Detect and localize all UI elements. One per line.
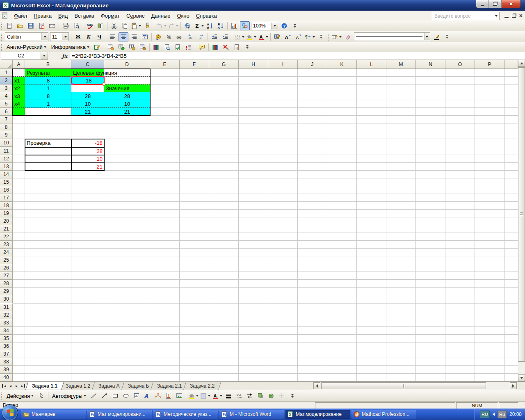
books2-icon[interactable] xyxy=(210,43,220,52)
linecolor-icon[interactable] xyxy=(431,32,441,41)
line-style-combo[interactable] xyxy=(354,32,430,41)
cell-A2[interactable]: x1 xyxy=(13,77,25,84)
row-header-36[interactable]: 36 xyxy=(0,342,13,350)
doccheck-icon[interactable] xyxy=(173,43,183,52)
book-restore-button[interactable] xyxy=(512,14,516,18)
row-header-33[interactable]: 33 xyxy=(0,319,13,327)
mail-icon[interactable] xyxy=(47,21,57,30)
column-header-M[interactable]: M xyxy=(386,60,416,69)
textboxi-icon[interactable]: А xyxy=(132,391,142,400)
tab-scroll-prev-button[interactable]: ◄ xyxy=(7,382,14,390)
chevron-down-icon[interactable] xyxy=(424,33,430,40)
row-header-2[interactable]: 2 xyxy=(0,77,13,84)
scroll-right-button[interactable] xyxy=(510,382,517,389)
cell-D3[interactable]: Значения xyxy=(104,84,150,92)
toolbar-options-chevron[interactable] xyxy=(316,32,326,41)
currency-icon[interactable]: ₽ xyxy=(153,32,163,41)
menu-1[interactable]: Файл xyxy=(11,11,30,20)
name-box[interactable]: C2 xyxy=(1,52,41,60)
redo-icon[interactable] xyxy=(168,21,179,30)
chevron-down-icon[interactable] xyxy=(271,23,278,30)
linestyle-icon[interactable] xyxy=(224,391,233,400)
row-header-10[interactable]: 10 xyxy=(0,139,13,147)
sheet-tab-6[interactable]: Задача 2.2 xyxy=(183,382,221,390)
row-header-19[interactable]: 19 xyxy=(0,210,13,217)
row-header-21[interactable]: 21 xyxy=(0,225,13,233)
column-header-G[interactable]: G xyxy=(209,60,239,69)
merge-icon[interactable]: a xyxy=(140,32,150,41)
cube-icon[interactable] xyxy=(266,391,276,400)
column-header-L[interactable]: L xyxy=(357,60,386,69)
toolbar-options-chevron[interactable] xyxy=(288,391,297,400)
diagram-icon[interactable] xyxy=(153,391,163,400)
row-header-7[interactable]: 7 xyxy=(0,116,13,123)
chevron-down-icon[interactable] xyxy=(62,33,68,40)
menu-8[interactable]: Окно xyxy=(173,11,192,20)
column-header-D[interactable]: D xyxy=(104,60,150,69)
toolbar-options-chevron[interactable] xyxy=(242,43,252,52)
copy-icon[interactable] xyxy=(120,21,130,30)
column-header-H[interactable]: H xyxy=(239,60,268,69)
cell-A3[interactable]: x2 xyxy=(13,84,25,92)
cell-C6[interactable]: 21 xyxy=(71,108,104,116)
row-header-22[interactable]: 22 xyxy=(0,233,13,241)
menu-4[interactable]: Вставка xyxy=(71,11,97,20)
drawborder-icon[interactable] xyxy=(331,32,342,41)
row-header-28[interactable]: 28 xyxy=(0,280,13,288)
font-name-combo[interactable]: Calibri xyxy=(5,32,48,41)
save-icon[interactable] xyxy=(26,21,36,30)
row-header-29[interactable]: 29 xyxy=(0,288,13,295)
horizontal-scroll-thumb[interactable] xyxy=(321,382,486,389)
column-header-E[interactable]: E xyxy=(150,60,180,69)
column-header-C[interactable]: C xyxy=(71,60,104,69)
column-header-A[interactable]: A xyxy=(13,60,25,69)
cell-C5[interactable]: 10 xyxy=(71,100,104,108)
draw-actions-menu[interactable]: Действия xyxy=(4,392,36,400)
row-header-6[interactable]: 6 xyxy=(0,108,13,116)
linecolor2-icon[interactable] xyxy=(200,391,211,400)
cell-B11[interactable] xyxy=(25,147,71,155)
row-header-31[interactable]: 31 xyxy=(0,304,13,311)
sortaz-icon[interactable]: АЯ xyxy=(205,21,215,30)
cell-B4[interactable]: 8 xyxy=(25,92,71,100)
cell-A1[interactable] xyxy=(13,69,25,77)
cell-B12[interactable] xyxy=(25,155,71,163)
fontup-icon[interactable]: A xyxy=(283,32,293,41)
sigma-icon[interactable]: Σ xyxy=(193,21,204,30)
cell-C4[interactable]: 28 xyxy=(71,92,104,100)
fontdown-icon[interactable]: A xyxy=(294,32,304,41)
row-header-27[interactable]: 27 xyxy=(0,272,13,280)
column-header-O[interactable]: O xyxy=(445,60,475,69)
cell-A5[interactable]: x4 xyxy=(13,100,25,108)
wordart-icon[interactable]: А xyxy=(142,391,152,400)
sharrow-icon[interactable] xyxy=(100,391,110,400)
outdent-icon[interactable] xyxy=(210,32,219,41)
aligncenter-icon[interactable] xyxy=(119,32,128,41)
row-header-14[interactable]: 14 xyxy=(0,171,13,178)
dictionary-direction-dropdown[interactable]: Англо-Русский xyxy=(4,43,49,51)
row-header-39[interactable]: 39 xyxy=(0,366,13,374)
row-header-3[interactable]: 3 xyxy=(0,84,13,92)
tablegear4-icon[interactable] xyxy=(138,43,148,52)
docsearch-icon[interactable] xyxy=(162,43,172,52)
cell-B10[interactable]: Проверка xyxy=(25,139,71,147)
row-header-37[interactable]: 37 xyxy=(0,350,13,358)
taskbar-button-1[interactable]: Манмарев xyxy=(21,410,86,419)
fill-icon[interactable] xyxy=(246,32,257,41)
picture-icon[interactable] xyxy=(174,391,184,400)
tray-chevron-icon[interactable] xyxy=(493,413,495,416)
tab-scroll-first-button[interactable]: ◄ xyxy=(1,382,7,390)
eraser-icon[interactable] xyxy=(343,32,353,41)
cell-D6[interactable]: 21 xyxy=(104,108,150,116)
row-header-40[interactable]: 40 xyxy=(0,374,13,381)
arrowstyle-icon[interactable] xyxy=(245,391,255,400)
book-minimize-button[interactable] xyxy=(504,17,509,18)
incdec-icon[interactable]: ,00 xyxy=(185,32,195,41)
row-header-32[interactable]: 32 xyxy=(0,311,13,319)
borders-icon[interactable] xyxy=(234,32,245,41)
column-header-I[interactable]: I xyxy=(268,60,298,69)
ltr-icon[interactable]: ¶ xyxy=(304,32,315,41)
select-all-button[interactable] xyxy=(0,60,13,69)
new-icon[interactable] xyxy=(5,21,14,30)
row-header-12[interactable]: 12 xyxy=(0,155,13,163)
